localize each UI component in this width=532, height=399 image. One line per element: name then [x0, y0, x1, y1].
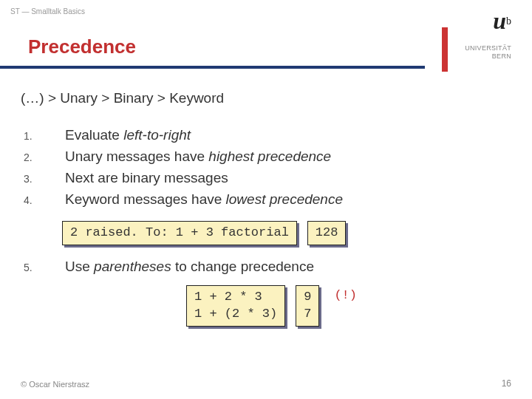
list-item: 1. Evaluate left-to-right: [24, 127, 511, 143]
list-number: 3.: [24, 173, 65, 185]
list-text: Use parentheses to change precedence: [65, 259, 314, 275]
precedence-rule: (…) > Unary > Binary > Keyword: [21, 90, 511, 106]
breadcrumb: ST — Smalltalk Basics: [10, 7, 85, 16]
list-text: Keyword messages have lowest precedence: [65, 191, 343, 208]
list-number: 4.: [24, 194, 65, 206]
logo-b-glyph: b: [506, 16, 511, 27]
list-number: 1.: [24, 130, 65, 142]
list-text: Evaluate left-to-right: [65, 127, 191, 143]
code-result: 128: [307, 221, 347, 245]
university-logo: ub UNIVERSITÄT BERN: [465, 9, 511, 61]
warning-marker: (!): [330, 285, 357, 302]
list-number: 5.: [24, 262, 65, 273]
points-list: 1. Evaluate left-to-right 2. Unary messa…: [24, 127, 511, 208]
logo-u-glyph: u: [493, 9, 506, 33]
logo-text: UNIVERSITÄT BERN: [465, 44, 511, 61]
code-example-1: 2 raised. To: 1 + 3 factorial 128: [62, 221, 511, 245]
list-item: 4. Keyword messages have lowest preceden…: [24, 191, 511, 208]
logo-line1: UNIVERSITÄT: [465, 44, 511, 52]
content: (…) > Unary > Binary > Keyword 1. Evalua…: [21, 90, 511, 327]
page-title: Precedence: [28, 35, 425, 58]
points-list-continued: 5. Use parentheses to change precedence: [24, 259, 511, 275]
code-expression: 1 + 2 * 3 1 + (2 * 3): [186, 285, 285, 327]
list-item: 3. Next are binary messages: [24, 170, 511, 186]
code-expression: 2 raised. To: 1 + 3 factorial: [62, 221, 297, 245]
logo-accent: [442, 27, 448, 72]
page-number: 16: [502, 378, 511, 389]
list-item: 2. Unary messages have highest precedenc…: [24, 149, 511, 165]
list-number: 2.: [24, 151, 65, 163]
title-bar: Precedence: [0, 30, 425, 69]
list-item: 5. Use parentheses to change precedence: [24, 259, 511, 275]
copyright: © Oscar Nierstrasz: [21, 380, 89, 389]
list-text: Unary messages have highest precedence: [65, 149, 331, 165]
logo-line2: BERN: [492, 52, 511, 60]
code-result: 9 7: [296, 285, 319, 327]
code-example-2: 1 + 2 * 3 1 + (2 * 3) 9 7 (!): [186, 285, 511, 327]
list-text: Next are binary messages: [65, 170, 228, 186]
